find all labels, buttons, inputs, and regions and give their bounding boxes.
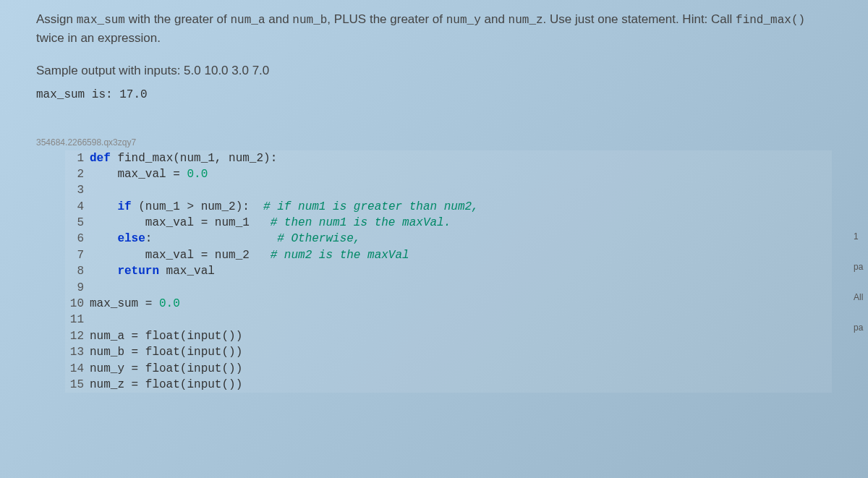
code-line-13: 13num_b = float(input()): [65, 344, 832, 360]
code-text: num_a = float(input()): [90, 328, 242, 344]
question-content: Assign max_sum with the greater of num_a…: [0, 0, 868, 400]
code-text: num_z = float(input()): [90, 377, 242, 393]
code-line-7: 7 max_val = num_2 # num2 is the maxVal: [65, 247, 832, 263]
line-number: 12: [65, 328, 84, 344]
instruction-text: Assign max_sum with the greater of num_a…: [36, 10, 832, 48]
code-line-1: 1def find_max(num_1, num_2):: [65, 150, 832, 166]
code-line-12: 12num_a = float(input()): [65, 328, 832, 344]
code-text: [90, 263, 117, 279]
code-line-8: 8 return max_val: [65, 263, 832, 279]
comment: # if num1 is greater than num2,: [263, 199, 479, 215]
side-item-1: 1: [852, 224, 868, 249]
instr-text: with the greater of: [125, 12, 231, 26]
code-token-num-y: num_y: [446, 14, 481, 27]
code-line-5: 5 max_val = num_1 # then num1 is the max…: [65, 215, 832, 231]
instr-text: Assign: [36, 12, 77, 26]
instr-text: and: [481, 12, 509, 26]
comment: # num2 is the maxVal: [271, 247, 409, 263]
code-token-num-b: num_b: [292, 14, 327, 27]
number-literal: 0.0: [187, 166, 208, 182]
sample-output-value: max_sum is: 17.0: [36, 88, 832, 101]
code-editor[interactable]: 1def find_max(num_1, num_2): 2 max_val =…: [65, 150, 832, 393]
side-item-pa2: pa: [852, 315, 868, 340]
side-item-pa: pa: [852, 255, 868, 279]
line-number: 5: [65, 215, 84, 231]
code-line-3: 3: [65, 182, 832, 198]
code-line-6: 6 else: # Otherwise,: [65, 231, 832, 247]
comment: # then num1 is the maxVal.: [271, 215, 451, 231]
code-token-num-a: num_a: [231, 14, 265, 27]
code-line-11: 11: [65, 312, 832, 328]
code-line-2: 2 max_val = 0.0: [65, 166, 832, 182]
code-text: max_val: [159, 263, 215, 279]
code-token-find-max: find_max(): [736, 14, 805, 27]
code-line-14: 14num_y = float(input()): [65, 361, 832, 377]
instr-text: and: [265, 12, 293, 26]
instr-text: twice in an expression.: [36, 31, 161, 45]
line-number: 8: [65, 263, 84, 279]
code-text: max_val = num_2: [90, 247, 271, 263]
line-number: 15: [65, 377, 84, 393]
code-text: (num_1 > num_2):: [132, 199, 263, 215]
sample-output-label: Sample output with inputs: 5.0 10.0 3.0 …: [36, 64, 832, 78]
line-number: 10: [65, 296, 84, 312]
code-text: max_val = num_1: [90, 215, 271, 231]
line-number: 6: [65, 231, 84, 247]
instr-text: , PLUS the greater of: [327, 12, 446, 26]
side-panel: 1 pa All pa: [852, 224, 868, 346]
line-number: 4: [65, 199, 84, 215]
keyword-def: def: [90, 150, 111, 166]
keyword-return: return: [117, 263, 159, 279]
line-number: 3: [65, 182, 84, 198]
code-text: num_y = float(input()): [90, 361, 242, 377]
number-literal: 0.0: [159, 296, 180, 312]
code-text: :: [145, 231, 277, 247]
line-number: 13: [65, 344, 84, 360]
side-item-all: All: [852, 285, 868, 310]
line-number: 9: [65, 280, 84, 296]
keyword-else: else: [117, 231, 145, 247]
keyword-if: if: [117, 199, 131, 215]
line-number: 11: [65, 312, 84, 328]
code-token-max-sum: max_sum: [77, 14, 125, 27]
code-text: [90, 231, 117, 247]
code-text: [90, 199, 117, 215]
code-text: max_val =: [90, 166, 187, 182]
comment: # Otherwise,: [277, 231, 360, 247]
code-text: num_b = float(input()): [90, 344, 242, 360]
line-number: 7: [65, 247, 84, 263]
line-number: 1: [65, 150, 84, 166]
code-text: max_sum =: [90, 296, 159, 312]
code-line-15: 15num_z = float(input()): [65, 377, 832, 393]
code-line-9: 9: [65, 280, 832, 296]
code-line-10: 10max_sum = 0.0: [65, 296, 832, 312]
line-number: 2: [65, 166, 84, 182]
question-id: 354684.2266598.qx3zqy7: [36, 137, 832, 148]
code-line-4: 4 if (num_1 > num_2): # if num1 is great…: [65, 199, 832, 215]
line-number: 14: [65, 361, 84, 377]
code-text: find_max(num_1, num_2):: [111, 150, 277, 166]
code-token-num-z: num_z: [509, 14, 543, 27]
instr-text: . Use just one statement. Hint: Call: [543, 12, 736, 26]
